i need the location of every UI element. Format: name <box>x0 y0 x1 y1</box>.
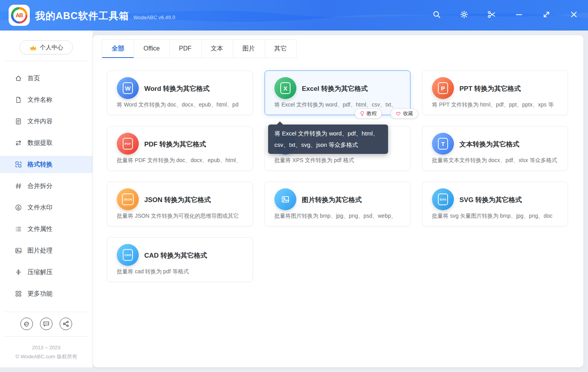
card-icon-label: CAD <box>123 249 133 261</box>
text-icon: T <box>432 133 454 155</box>
crown-icon <box>29 45 37 51</box>
feature-card-excel[interactable]: XExcel 转换为其它格式将 Excel 文件转换为 word、pdf、htm… <box>265 70 410 115</box>
sidebar-divider-footer-top <box>4 312 89 312</box>
tab-图片[interactable]: 图片 <box>233 39 265 58</box>
card-title: Word 转换为其它格式 <box>144 84 210 93</box>
merge-split-icon <box>15 182 22 190</box>
excel-card-tooltip: 将 Excel 文件转换为 word、pdf、html、csv、txt、svg、… <box>268 125 388 154</box>
sidebar-item-label: 文件内容 <box>27 117 53 126</box>
settings-button[interactable] <box>459 11 468 20</box>
sidebar-item-more-features[interactable]: 更多功能 <box>0 285 93 302</box>
app-version: WodeABC v6.49.0 <box>133 14 175 20</box>
sidebar-item-file-content[interactable]: 文件内容 <box>0 113 93 130</box>
card-desc: 将 Excel 文件转换为 word、pdf、html、csv、txt、 <box>274 101 405 108</box>
share-icon <box>62 320 69 327</box>
more-grid-icon <box>15 290 22 297</box>
card-icon-label: P <box>438 82 448 94</box>
feature-card-image[interactable]: 图片转换为其它格式批量将图片转换为 bmp、jpg、png、psd、webp、 <box>265 182 410 226</box>
resize-button[interactable] <box>542 11 551 20</box>
sidebar-footer-buttons <box>0 318 93 330</box>
excel-icon: X <box>274 77 296 99</box>
card-icon-label: X <box>280 82 290 94</box>
pdf-icon: PDF <box>117 133 139 155</box>
card-desc: 批量将 svg 矢量图片转换为 bmp、jpg、png、doc <box>432 213 563 220</box>
tutorial-label: 教程 <box>367 110 377 117</box>
feature-card-svg[interactable]: SVGSVG 转换为其它格式批量将 svg 矢量图片转换为 bmp、jpg、pn… <box>422 182 568 226</box>
feature-card-pdf[interactable]: PDFPDF 转换为其它格式批量将 PDF 文件转换为 doc、docx、epu… <box>107 126 253 171</box>
feature-card-cad[interactable]: CADCAD 转换为其它格式批量将 cad 转换为 pdf 等格式 <box>107 237 253 282</box>
app-title: 我的ABC软件工具箱 <box>35 9 129 22</box>
feedback-button[interactable] <box>40 318 53 330</box>
json-icon: JSON <box>117 188 139 210</box>
home-icon <box>15 75 22 82</box>
tab-文本[interactable]: 文本 <box>201 39 233 58</box>
word-icon: W <box>117 77 139 99</box>
card-icon-label: SVG <box>438 193 448 205</box>
sidebar-item-merge-split[interactable]: 合并拆分 <box>0 177 93 195</box>
titlebar-actions <box>432 0 578 31</box>
minimize-button[interactable] <box>514 11 523 20</box>
data-extract-icon <box>15 139 22 146</box>
sidebar-item-format-convert[interactable]: 格式转换 <box>0 156 93 173</box>
sidebar-item-file-name[interactable]: 文件名称 <box>0 91 93 108</box>
personal-center-button[interactable]: 个人中心 <box>20 40 73 54</box>
cad-icon: CAD <box>117 244 139 266</box>
close-icon <box>570 10 578 20</box>
file-content-icon <box>15 118 22 125</box>
settings-gear-icon <box>460 10 468 20</box>
heart-icon <box>396 111 401 116</box>
card-desc: 批量将 XPS 文件转换为 pdf 格式 <box>274 157 405 164</box>
sidebar-item-label: 压缩解压 <box>27 268 53 276</box>
main-panel: 全部OfficePDF文本图片其它 WWord 转换为其它格式将 Word 文件… <box>93 35 583 367</box>
sidebar-item-label: 数据提取 <box>27 139 53 147</box>
favorite-button[interactable]: 收藏 <box>390 108 418 119</box>
tab-其它[interactable]: 其它 <box>265 39 297 58</box>
close-button[interactable] <box>569 11 578 20</box>
sidebar-item-image-process[interactable]: 图片处理 <box>0 242 93 259</box>
sidebar-item-compress[interactable]: 压缩解压 <box>0 264 93 281</box>
sidebar-item-home[interactable]: 首页 <box>0 70 93 87</box>
sidebar: 个人中心 首页文件名称文件内容数据提取格式转换合并拆分文件水印文件属性图片处理压… <box>0 31 93 367</box>
image-icon <box>274 188 296 210</box>
favorite-label: 收藏 <box>403 110 413 117</box>
sidebar-item-label: 首页 <box>27 74 40 83</box>
sidebar-item-file-attributes[interactable]: 文件属性 <box>0 220 93 238</box>
feature-cards-grid: WWord 转换为其它格式将 Word 文件转换为 doc、docx、epub、… <box>107 70 568 282</box>
search-button[interactable] <box>432 11 441 20</box>
tab-all[interactable]: 全部 <box>102 39 134 58</box>
browser-button[interactable] <box>20 318 33 330</box>
sidebar-item-label: 格式转换 <box>27 161 53 169</box>
logo-ring: AB <box>11 7 27 23</box>
tab-office[interactable]: Office <box>134 39 170 58</box>
sidebar-footer: 2013 ~ 2023 © WodeABC.com 版权所有 <box>0 305 93 367</box>
card-title: 图片转换为其它格式 <box>302 195 362 204</box>
feature-card-ppt[interactable]: PPPT 转换为其它格式将 PPT 文件转换为 html、pdf、ppt、ppt… <box>422 70 568 115</box>
logo-letters: AB <box>13 9 25 22</box>
sidebar-item-file-watermark[interactable]: 文件水印 <box>0 199 93 216</box>
card-desc: 批量将图片转换为 bmp、jpg、png、psd、webp、 <box>274 213 405 220</box>
card-desc: 批量将 JSON 文件转换为可视化的思维导图或其它 <box>117 213 248 220</box>
card-title: PPT 转换为其它格式 <box>459 84 521 93</box>
card-desc: 批量将 cad 转换为 pdf 等格式 <box>117 268 248 275</box>
card-title: CAD 转换为其它格式 <box>144 251 207 260</box>
browser-icon <box>23 320 30 327</box>
resize-icon <box>542 10 551 20</box>
feature-card-json[interactable]: JSONJSON 转换为其它格式批量将 JSON 文件转换为可视化的思维导图或其… <box>107 182 253 226</box>
share-button[interactable] <box>60 318 72 330</box>
sidebar-item-label: 图片处理 <box>27 247 53 255</box>
app-logo: AB <box>9 5 30 26</box>
sidebar-item-data-extract[interactable]: 数据提取 <box>0 134 93 152</box>
screenshot-button[interactable] <box>487 11 496 20</box>
card-title: PDF 转换为其它格式 <box>144 140 206 149</box>
feature-card-word[interactable]: WWord 转换为其它格式将 Word 文件转换为 doc、docx、epub、… <box>107 70 253 115</box>
copyright-text: © WodeABC.com 版权所有 <box>0 353 93 367</box>
card-icon-label: T <box>438 138 448 150</box>
card-title: Excel 转换为其它格式 <box>302 84 368 93</box>
card-desc: 批量将 PDF 文件转换为 doc、docx、epub、html、 <box>117 157 248 164</box>
minimize-icon <box>515 10 523 20</box>
tab-pdf[interactable]: PDF <box>169 39 201 58</box>
sidebar-item-label: 文件名称 <box>27 96 53 104</box>
feature-card-text[interactable]: T文本转换为其它格式批量将文本文件转换为 docx、pdf、xlsx 等众多格式 <box>422 126 568 171</box>
tutorial-button[interactable]: 教程 <box>355 108 382 119</box>
card-desc: 将 Word 文件转换为 doc、docx、epub、html、pd <box>117 101 248 108</box>
